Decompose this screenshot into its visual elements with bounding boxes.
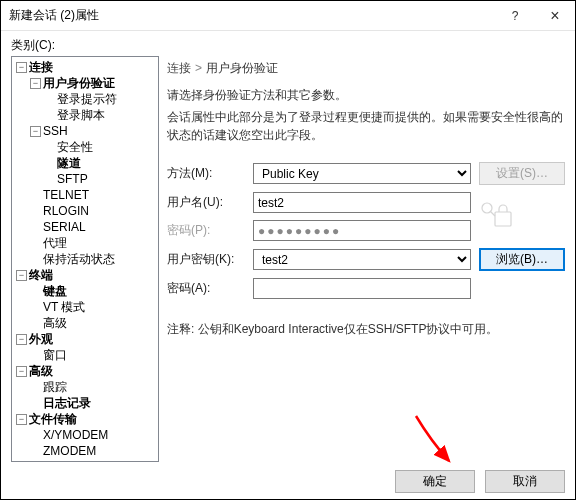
- window-title: 新建会话 (2)属性: [9, 7, 495, 24]
- category-tree[interactable]: −连接 −用户身份验证 登录提示符 登录脚本: [11, 56, 159, 462]
- tree-item-ssh[interactable]: −SSH: [28, 123, 158, 139]
- passphrase-label: 密码(A):: [167, 280, 245, 297]
- tree-item-serial[interactable]: SERIAL: [28, 219, 158, 235]
- tree-item-keep-alive[interactable]: 保持活动状态: [28, 251, 158, 267]
- dialog-window: 新建会话 (2)属性 ? × 类别(C): −连接 −用户身份验证: [0, 0, 576, 500]
- cancel-button[interactable]: 取消: [485, 470, 565, 493]
- method-label: 方法(M):: [167, 165, 245, 182]
- minus-icon: −: [16, 62, 27, 73]
- key-icon: [479, 200, 513, 233]
- tree-item-security[interactable]: 安全性: [42, 139, 158, 155]
- chevron-right-icon: >: [195, 61, 202, 75]
- system-buttons: ? ×: [495, 1, 575, 31]
- passphrase-input[interactable]: [253, 278, 471, 299]
- main-area: −连接 −用户身份验证 登录提示符 登录脚本: [11, 56, 565, 462]
- username-input[interactable]: [253, 192, 471, 213]
- breadcrumb: 连接>用户身份验证: [167, 56, 565, 87]
- minus-icon: −: [16, 334, 27, 345]
- minus-icon: −: [30, 126, 41, 137]
- browse-button[interactable]: 浏览(B)…: [479, 248, 565, 271]
- tree-item-proxy[interactable]: 代理: [28, 235, 158, 251]
- tree-item-log[interactable]: 日志记录: [28, 395, 158, 411]
- help-button[interactable]: ?: [495, 1, 535, 31]
- tree-item-file-transfer[interactable]: −文件传输: [14, 411, 158, 427]
- tree-item-xymodem[interactable]: X/YMODEM: [28, 427, 158, 443]
- title-bar: 新建会话 (2)属性 ? ×: [1, 1, 575, 31]
- tree-item-telnet[interactable]: TELNET: [28, 187, 158, 203]
- tree-item-zmodem[interactable]: ZMODEM: [28, 443, 158, 459]
- crumb-root: 连接: [167, 61, 191, 75]
- description-1: 请选择身份验证方法和其它参数。: [167, 87, 565, 104]
- tree-item-window[interactable]: 窗口: [28, 347, 158, 363]
- password-label: 密码(P):: [167, 222, 245, 239]
- minus-icon: −: [16, 366, 27, 377]
- userkey-select[interactable]: test2: [253, 249, 471, 270]
- tree-item-vt[interactable]: VT 模式: [28, 299, 158, 315]
- dialog-body: 类别(C): −连接 −用户身份验证 登录提示符 登录脚本: [1, 31, 575, 500]
- note-text: 注释: 公钥和Keyboard Interactive仅在SSH/SFTP协议中…: [167, 321, 565, 338]
- category-label: 类别(C):: [11, 37, 565, 54]
- description-2: 会话属性中此部分是为了登录过程更便捷而提供的。如果需要安全性很高的状态的话建议您…: [167, 108, 565, 144]
- close-button[interactable]: ×: [535, 1, 575, 31]
- dialog-footer: 确定 取消: [11, 462, 565, 493]
- tree-item-login-prompt[interactable]: 登录提示符: [42, 91, 158, 107]
- tree-item-login-script[interactable]: 登录脚本: [42, 107, 158, 123]
- tree-item-terminal[interactable]: −终端: [14, 267, 158, 283]
- crumb-current: 用户身份验证: [206, 61, 278, 75]
- ok-button[interactable]: 确定: [395, 470, 475, 493]
- minus-icon: −: [16, 270, 27, 281]
- tree-item-connection[interactable]: −连接: [14, 59, 158, 75]
- username-label: 用户名(U):: [167, 194, 245, 211]
- tree-item-rlogin[interactable]: RLOGIN: [28, 203, 158, 219]
- help-icon: ?: [512, 9, 519, 23]
- tree-item-trace[interactable]: 跟踪: [28, 379, 158, 395]
- tree-item-appearance[interactable]: −外观: [14, 331, 158, 347]
- tree-item-sftp[interactable]: SFTP: [42, 171, 158, 187]
- settings-button: 设置(S)…: [479, 162, 565, 185]
- tree-item-tunnel[interactable]: 隧道: [42, 155, 158, 171]
- content-panel: 连接>用户身份验证 请选择身份验证方法和其它参数。 会话属性中此部分是为了登录过…: [167, 56, 565, 462]
- minus-icon: −: [30, 78, 41, 89]
- tree-item-keyboard[interactable]: 键盘: [28, 283, 158, 299]
- tree-item-advanced[interactable]: 高级: [28, 315, 158, 331]
- password-input: [253, 220, 471, 241]
- userkey-label: 用户密钥(K):: [167, 251, 245, 268]
- svg-rect-1: [495, 212, 511, 226]
- method-select[interactable]: Public Key: [253, 163, 471, 184]
- minus-icon: −: [16, 414, 27, 425]
- tree-item-auth[interactable]: −用户身份验证: [28, 75, 158, 91]
- close-icon: ×: [550, 7, 559, 25]
- auth-form: 方法(M): Public Key 设置(S)… 用户名(U): 密码(P): …: [167, 162, 565, 299]
- tree-item-advanced2[interactable]: −高级: [14, 363, 158, 379]
